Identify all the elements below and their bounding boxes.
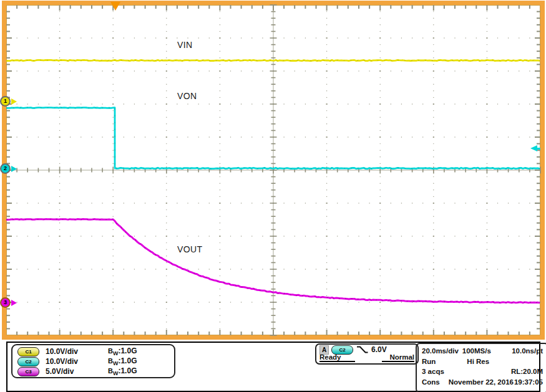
ch2-bandwidth: BW:1.0G bbox=[108, 356, 137, 366]
oscilloscope-screen: VIN VON VOUT 1 2 3 C1 10.0V/div BW:1.0G bbox=[0, 0, 546, 392]
trigger-readout-box[interactable]: A C2 6.0V Ready Normal bbox=[315, 343, 419, 365]
persistence-label: Cons bbox=[422, 378, 440, 386]
sample-period: 10.0ns/pt bbox=[512, 347, 543, 355]
datetime-row: Cons November 22, 2016 19:37:05 bbox=[422, 377, 543, 388]
timebase-value: 20.0ms/div bbox=[422, 347, 459, 355]
ch1-bandwidth: BW:1.0G bbox=[108, 347, 137, 356]
ch2-reference-marker[interactable]: 2 bbox=[0, 163, 17, 174]
trigger-source-row: A C2 6.0V bbox=[319, 345, 414, 354]
ch2-badge[interactable]: C2 bbox=[17, 357, 39, 366]
ch3-badge[interactable]: C3 bbox=[17, 367, 39, 376]
ch2-scale: 10.0V/div bbox=[46, 357, 108, 366]
acq-quality: Hi Res bbox=[467, 358, 489, 365]
run-state: Run bbox=[422, 358, 436, 365]
time-value: 19:37:05 bbox=[514, 378, 543, 386]
ch2-marker-arrow-icon bbox=[11, 166, 17, 172]
falling-edge-icon bbox=[356, 345, 368, 354]
status-bar: C1 10.0V/div BW:1.0G C2 10.0V/div BW:1.0… bbox=[6, 342, 540, 392]
channel-readout-box[interactable]: C1 10.0V/div BW:1.0G C2 10.0V/div BW:1.0… bbox=[11, 344, 175, 378]
ch3-reference-marker[interactable]: 3 bbox=[0, 297, 17, 308]
trigger-status: Ready bbox=[319, 353, 355, 362]
ch3-marker-number: 3 bbox=[0, 297, 11, 308]
ch1-readout-row[interactable]: C1 10.0V/div BW:1.0G bbox=[17, 347, 169, 356]
trigger-status-row: Ready Normal bbox=[319, 354, 414, 362]
trigger-mode: Normal bbox=[382, 353, 414, 362]
trigger-level-value: 6.0V bbox=[371, 345, 387, 354]
run-state-row: Run Hi Res bbox=[422, 356, 543, 367]
sample-rate: 100MS/s bbox=[462, 347, 491, 355]
date-value: November 22, 2016 bbox=[449, 378, 514, 386]
ch1-reference-marker[interactable]: 1 bbox=[0, 96, 17, 107]
ch3-readout-row[interactable]: C3 5.0V/div BW:1.0G bbox=[17, 366, 169, 376]
ch3-bandwidth: BW:1.0G bbox=[108, 366, 137, 376]
trigger-level-icon[interactable] bbox=[530, 145, 540, 151]
ch3-scale: 5.0V/div bbox=[46, 367, 108, 376]
graticule-frame bbox=[2, 1, 545, 340]
von-trace-label: VON bbox=[177, 91, 197, 101]
acquisition-readout-box[interactable]: 20.0ms/div 100MS/s 10.0ns/pt Run Hi Res … bbox=[416, 343, 546, 392]
trigger-level-arrow-icon bbox=[530, 145, 537, 151]
timebase-row: 20.0ms/div 100MS/s 10.0ns/pt bbox=[422, 346, 543, 356]
ch2-marker-number: 2 bbox=[0, 163, 11, 174]
ch2-readout-row[interactable]: C2 10.0V/div BW:1.0G bbox=[17, 356, 169, 366]
trigger-level-tail bbox=[537, 148, 540, 150]
acq-count: 3 acqs bbox=[422, 368, 444, 375]
ch1-scale: 10.0V/div bbox=[46, 347, 108, 356]
ch1-marker-arrow-icon bbox=[11, 98, 17, 105]
record-length: RL:20.0M bbox=[511, 368, 543, 375]
ch1-badge[interactable]: C1 bbox=[17, 347, 39, 356]
ch1-marker-number: 1 bbox=[0, 96, 11, 107]
vin-trace-label: VIN bbox=[177, 40, 193, 50]
graticule-area: VIN VON VOUT 1 2 3 bbox=[0, 0, 546, 340]
trigger-position-icon[interactable] bbox=[110, 2, 120, 11]
ch3-marker-arrow-icon bbox=[11, 300, 17, 306]
acq-count-row: 3 acqs RL:20.0M bbox=[422, 366, 543, 377]
vout-trace-label: VOUT bbox=[177, 244, 203, 254]
